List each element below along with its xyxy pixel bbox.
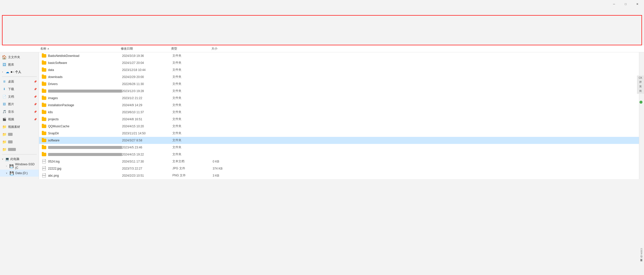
file-name: QQMusicCache [48,125,122,128]
sidebar-item-gallery[interactable]: 🖼 图库 [0,61,39,68]
png-icon: PNG [42,173,47,178]
video-icon: 🎬 [2,117,7,122]
file-type: 文件夹 [172,61,213,65]
sidebar-downloads-label: 下载 [8,87,14,91]
file-row[interactable]: 2023/4/5 23:46 文件夹 [39,144,639,151]
sidebar-item-downloads[interactable]: ⬇ 下载 📌 [0,85,39,93]
file-size: 3 KB [213,174,243,177]
sidebar-item-videos[interactable]: 🎬 视频 📌 [0,115,39,123]
file-list: BaiduNetdiskDownload 2024/3/19 19:36 文件夹… [39,52,639,179]
docs-icon: 📄 [2,94,7,99]
sidebar-item-quick-access[interactable]: 🏠 主文件夹 [0,53,39,61]
file-name: images [48,96,122,100]
pin-icon: 📌 [34,80,37,83]
file-row[interactable]: QQMusicCache 2024/4/15 10:20 文件夹 [39,123,639,130]
column-size[interactable]: 大小 [211,47,242,51]
sidebar-item-desktop[interactable]: 🖥 桌面 📌 [0,78,39,85]
file-row[interactable]: projects 2024/4/8 16:51 文件夹 [39,116,639,123]
file-type: JPG 文件 [172,166,213,171]
sidebar-cloud-label: ■ - 个人 [11,70,21,74]
sidebar-this-pc[interactable]: ∨ 💻 此电脑 [0,155,39,163]
file-date: 2022/6/26 11:30 [122,82,172,86]
maximize-button[interactable]: □ [620,0,631,8]
file-name: abc.png [48,174,122,177]
file-type: 文件夹 [172,110,213,114]
sidebar-item-pictures[interactable]: 🖼 图片 📌 [0,100,39,108]
disk-icon-d: 💾 [10,171,14,175]
file-type: 文本文档 [172,159,213,164]
sidebar-item-video-materials[interactable]: 📁 视频素材 [0,123,39,131]
disk-d-label: Data (D:) [15,171,28,175]
sidebar-gallery-label: 图库 [8,63,14,67]
sidebar-blurred-1-label [8,133,13,136]
file-name-blurred [48,90,122,93]
file-row[interactable]: 2024/4/15 19:22 文件夹 [39,151,639,158]
file-name: SnapDir [48,132,122,135]
file-row[interactable]: Drivers 2022/6/26 11:30 文件夹 [39,81,639,88]
folder-icon-8 [42,103,47,108]
file-date: 2024/3/11 17:30 [122,160,172,163]
sidebar-item-blurred-2[interactable]: 📁 [0,138,39,146]
file-row[interactable]: 2023/12/3 19:28 文件夹 [39,88,639,95]
file-row[interactable]: BaiduNetdiskDownload 2024/3/19 19:36 文件夹 [39,52,639,59]
sidebar-separator-2 [2,154,37,154]
column-name[interactable]: 名称 ∧ [40,47,121,51]
file-name: downloads [48,75,122,79]
file-row[interactable]: JPG 22222.jpg 2023/7/3 22:27 JPG 文件 374 … [39,165,639,172]
folder-icon-10 [42,117,47,122]
sidebar: 🏠 主文件夹 🖼 图库 › ☁ ■ - 个人 🖥 桌面 📌 ⬇ 下载 📌 [0,52,39,179]
pin-icon-2: 📌 [34,88,37,91]
file-name: Drivers [48,82,122,86]
right-panel [639,52,644,179]
sidebar-section-cloud[interactable]: › ☁ ■ - 个人 [0,68,39,75]
file-row[interactable]: PNG abc.png 2024/2/23 10:51 PNG 文件 3 KB [39,172,639,179]
sidebar-item-music[interactable]: 🎵 音乐 📌 [0,108,39,115]
file-row[interactable]: downloads 2024/2/29 20:00 文件夹 [39,73,639,81]
column-type[interactable]: 类型 [171,47,211,51]
file-date: 2023/1/2 21:22 [122,96,172,100]
folder-icon-sm-2: 📁 [2,132,7,137]
main-container: 🏠 主文件夹 🖼 图库 › ☁ ■ - 个人 🖥 桌面 📌 ⬇ 下载 📌 [0,52,644,179]
right-taskbar-icons: CK 拼 英 简 [637,75,644,94]
file-row-software[interactable]: software 2024/3/27 8:58 文件夹 [39,137,639,144]
file-date: 2024/3/27 8:58 [122,139,172,142]
folder-icon-15 [42,152,47,157]
file-type: 文件夹 [172,89,213,93]
sidebar-item-documents[interactable]: 📄 文档 📌 [0,93,39,100]
file-name: installationPackage [48,103,122,107]
file-row[interactable]: basicSoftware 2024/1/27 20:04 文件夹 [39,59,639,66]
sidebar-item-blurred-3[interactable]: 📁 [0,146,39,153]
file-type: 文件夹 [172,152,213,156]
sidebar-pictures-label: 图片 [8,102,14,106]
cloud-icon: ☁ [5,70,10,74]
file-date: 2023/6/10 11:37 [122,110,172,114]
file-type: 文件夹 [172,82,213,86]
file-row[interactable]: images 2023/1/2 21:22 文件夹 [39,95,639,102]
file-row[interactable]: k8s 2023/6/10 11:37 文件夹 [39,109,639,116]
close-button[interactable]: ✕ [631,0,643,8]
sidebar-disk-c[interactable]: › 💾 Windows-SSD (C [0,163,39,170]
folder-icon-4 [42,74,47,80]
sidebar-blurred-3-label [8,148,16,151]
file-row[interactable]: TXT 0524.log 2024/3/11 17:30 文本文档 0 KB [39,158,639,165]
jpg-icon: JPG [42,166,47,171]
folder-icon-13 [42,138,47,143]
file-date: 2023/11/21 14:50 [122,132,172,135]
file-name: 0524.log [48,160,122,163]
title-bar: ─ □ ✕ [0,0,644,8]
file-row[interactable]: data 2023/12/18 10:44 文件夹 [39,66,639,73]
sidebar-item-blurred-1[interactable]: 📁 [0,131,39,138]
sidebar-disk-d[interactable]: ∨ 💾 Data (D:) [0,170,39,177]
minimize-button[interactable]: ─ [608,0,620,8]
file-row[interactable]: installationPackage 2024/4/9 14:29 文件夹 [39,102,639,109]
ck-label: CK [639,76,642,79]
sidebar-music-label: 音乐 [8,110,14,114]
this-pc-label: 此电脑 [10,157,19,161]
gallery-icon: 🖼 [2,62,7,67]
expand-arrow-c: › [5,165,8,168]
file-row[interactable]: SnapDir 2023/11/21 14:50 文件夹 [39,130,639,137]
home-icon: 🏠 [2,55,7,59]
pin-label: 拼 [639,80,642,84]
file-type: 文件夹 [172,68,213,72]
column-date[interactable]: 修改日期 [121,47,171,51]
